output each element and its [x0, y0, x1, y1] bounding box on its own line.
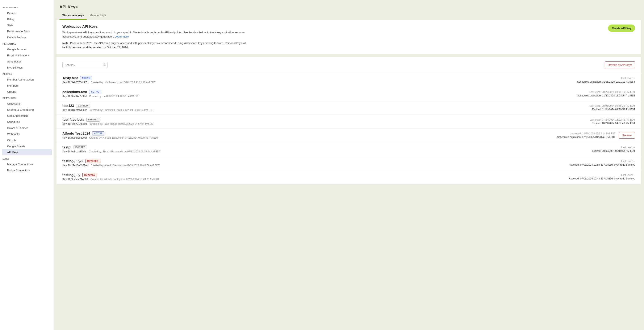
- key-meta: Key ID: 27e13e4357ebCreated by: Alfredo …: [62, 164, 564, 167]
- last-used: Last used: --: [569, 160, 635, 163]
- sidebar-item-my-api-keys[interactable]: My API Keys: [2, 65, 52, 71]
- sidebar-item-colors-themes[interactable]: Colors & Themes: [2, 125, 52, 131]
- last-used: Last used: --: [577, 77, 635, 80]
- key-name: collections-test: [62, 90, 87, 94]
- section-title: Workspace API Keys: [62, 24, 247, 29]
- sidebar-item-sharing-embedding[interactable]: Sharing & Embedding: [2, 107, 52, 113]
- tab-member-keys[interactable]: Member keys: [87, 11, 109, 20]
- key-meta: Key ID: 5a60078d197bCreated by: Mia Muen…: [62, 81, 573, 84]
- tab-workspace-keys[interactable]: Workspace keys: [60, 11, 87, 20]
- created-by: Created by: Alfredo Santoyo on 07/09/202…: [90, 178, 159, 181]
- search-wrap: [62, 62, 108, 68]
- status-badge: EXPIRED: [86, 118, 100, 122]
- api-key-row[interactable]: Testy testACTIVEKey ID: 5a60078d197bCrea…: [56, 73, 641, 87]
- sidebar: WORKSPACEDetailsBillingStatsPerformance …: [0, 0, 54, 330]
- api-key-row[interactable]: test-faye-betaEXPIREDKey ID: 4de7714636f…: [56, 115, 641, 129]
- keys-panel: Revoke all API keys Testy testACTIVEKey …: [56, 57, 641, 184]
- sidebar-item-email-notifications[interactable]: Email Notifications: [2, 52, 52, 58]
- created-by: Created by: Faye Roske on 07/23/2024 04:…: [90, 123, 154, 125]
- key-id: Key ID: 81defc4d6b3a: [62, 109, 88, 112]
- create-api-key-button[interactable]: Create API Key: [608, 24, 635, 32]
- api-key-row[interactable]: testing-july-2REVOKEDKey ID: 27e13e4357e…: [56, 156, 641, 170]
- sidebar-item-google-account[interactable]: Google Account: [2, 46, 52, 52]
- sidebar-item-schedules[interactable]: Schedules: [2, 119, 52, 125]
- sidebar-section-header: WORKSPACE: [0, 4, 54, 10]
- revoke-button[interactable]: Revoke: [619, 132, 635, 139]
- main-content: API Keys Workspace keysMember keys Works…: [54, 0, 644, 330]
- sidebar-item-slack-application[interactable]: Slack Application: [2, 113, 52, 119]
- api-key-row[interactable]: testing-julyREVOKEDKey ID: 9ddacc2148b8C…: [56, 170, 641, 184]
- sidebar-item-manage-connections[interactable]: Manage Connections: [2, 161, 52, 167]
- key-name: testpl: [62, 146, 72, 149]
- sidebar-item-webhooks[interactable]: Webhooks: [2, 131, 52, 137]
- last-used: Last used: 07/24/2024 11:22:42 AM EDT: [590, 118, 635, 121]
- description-panel: Workspace API Keys Workspace-level API k…: [56, 20, 641, 54]
- created-by: Created by: Christine Li on 08/06/2024 0…: [90, 109, 154, 112]
- keys-list: Testy testACTIVEKey ID: 5a60078d197bCrea…: [56, 73, 641, 184]
- key-name: testing-july: [62, 173, 80, 177]
- key-meta: Key ID: bd0df9eaaedfCreated by: Alfredo …: [62, 136, 553, 139]
- key-id: Key ID: 9ddacc2148b8: [62, 178, 88, 181]
- status-line: Scheduled expiration: 01/16/2025 10:21:1…: [577, 80, 635, 83]
- status-badge: REVOKED: [86, 159, 100, 163]
- sidebar-item-default-settings[interactable]: Default Settings: [2, 34, 52, 40]
- key-meta: Key ID: babcda3f4cfcCreated by: Shruthi …: [62, 150, 588, 153]
- keys-toolbar: Revoke all API keys: [56, 57, 641, 73]
- created-by: Created by: Shruthi Bezawada on 07/11/20…: [89, 150, 160, 153]
- sidebar-item-member-authorization[interactable]: Member Authorization: [2, 77, 52, 83]
- sidebar-item-stats[interactable]: Stats: [2, 22, 52, 28]
- status-line: Expired: 10/09/2024 09:19:54 AM EDT: [592, 150, 635, 153]
- deprecation-note: Note: Prior to June 2023, the API could …: [62, 41, 247, 49]
- last-used: Last used: --: [569, 173, 635, 176]
- sidebar-section-header: PERSONAL: [0, 40, 54, 46]
- sidebar-item-google-sheets[interactable]: Google Sheets: [2, 143, 52, 149]
- key-meta: Key ID: 9ddacc2148b8Created by: Alfredo …: [62, 178, 564, 181]
- created-by: Created by: Alfredo Santoyo on 07/09/202…: [91, 164, 160, 167]
- sidebar-item-api-keys[interactable]: API Keys: [2, 149, 52, 155]
- revoke-all-button[interactable]: Revoke all API keys: [605, 61, 635, 68]
- sidebar-item-sent-invites[interactable]: Sent Invites: [2, 58, 52, 65]
- created-by: Created by: Mia Muench on 10/18/2024 11:…: [91, 81, 156, 84]
- status-badge: EXPIRED: [74, 145, 87, 149]
- sidebar-item-details[interactable]: Details: [2, 10, 52, 16]
- last-used: Last used: 11/20/2024 06:32:14 PM EST: [557, 132, 616, 135]
- status-badge: ACTIVE: [92, 132, 104, 136]
- section-description: Workspace-level API keys grant access to…: [62, 30, 247, 39]
- sidebar-item-github[interactable]: GitHub: [2, 137, 52, 143]
- learn-more-link[interactable]: Learn more: [115, 35, 128, 38]
- status-line: Expired: 10/21/2024 04:57:43 PM EDT: [590, 122, 635, 125]
- key-id: Key ID: bd0df9eaaedf: [62, 136, 87, 139]
- key-name: test123: [62, 104, 74, 108]
- search-input[interactable]: [62, 62, 108, 68]
- api-key-row[interactable]: testplEXPIREDKey ID: babcda3f4cfcCreated…: [56, 142, 641, 156]
- status-badge: EXPIRED: [76, 104, 90, 108]
- last-used: Last used: --: [592, 146, 635, 149]
- status-line: Expired: 11/04/2024 01:39:53 PM EST: [590, 108, 635, 111]
- key-id: Key ID: 4de7714636fa: [62, 123, 88, 125]
- api-key-row[interactable]: collections-testACTIVEKey ID: 32dff4c2e9…: [56, 87, 641, 101]
- sidebar-section-header: DATA: [0, 155, 54, 161]
- tabs: Workspace keysMember keys: [54, 11, 644, 20]
- last-used: Last used: 08/06/2024 02:56:28 PM EDT: [590, 104, 635, 107]
- status-line: Revoked: 07/09/2024 10:43:46 AM EDT by A…: [569, 177, 635, 180]
- last-used: Last used: 08/29/2024 03:14:19 PM EDT: [577, 91, 635, 94]
- key-name: testing-july-2: [62, 159, 84, 163]
- key-id: Key ID: 5a60078d197b: [62, 81, 88, 84]
- sidebar-item-groups[interactable]: Groups: [2, 89, 52, 95]
- status-badge: ACTIVE: [89, 90, 101, 94]
- api-key-row[interactable]: test123EXPIREDKey ID: 81defc4d6b3aCreate…: [56, 101, 641, 115]
- status-line: Scheduled expiration: 11/27/2024 11:58:5…: [577, 94, 635, 97]
- sidebar-item-members[interactable]: Members: [2, 83, 52, 89]
- page-title: API Keys: [54, 0, 644, 11]
- sidebar-item-performance-stats[interactable]: Performance Stats: [2, 28, 52, 34]
- sidebar-item-billing[interactable]: Billing: [2, 16, 52, 22]
- created-by: Created by: on 08/29/2024 12:58:54 PM ED…: [89, 95, 140, 98]
- key-meta: Key ID: 32dff4c2e99dCreated by: on 08/29…: [62, 95, 573, 98]
- key-name: test-faye-beta: [62, 118, 84, 122]
- api-key-row[interactable]: Alfredo Test 2024ACTIVEKey ID: bd0df9eaa…: [56, 129, 641, 142]
- status-badge: ACTIVE: [80, 76, 92, 80]
- sidebar-item-collections[interactable]: Collections: [2, 101, 52, 107]
- sidebar-section-header: FEATURES: [0, 95, 54, 101]
- sidebar-item-bridge-connectors[interactable]: Bridge Connectors: [2, 167, 52, 173]
- created-by: Created by: Alfredo Santoyo on 07/18/202…: [89, 136, 158, 139]
